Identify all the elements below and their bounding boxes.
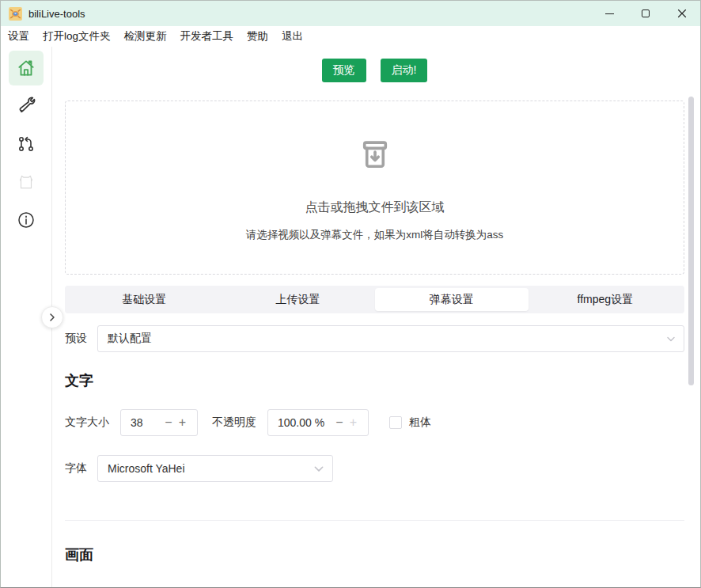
tab-danmaku-settings[interactable]: 弹幕设置 [375,288,529,311]
close-button[interactable] [664,1,700,26]
menubar: 设置 打开log文件夹 检测更新 开发者工具 赞助 退出 [1,26,700,47]
font-size-input[interactable]: 38 − + [120,409,198,436]
chevron-right-icon [47,313,57,322]
opacity-decrease-button[interactable]: − [332,416,346,429]
opacity-input[interactable]: 100.00 % − + [267,409,369,436]
menu-item-open-log-folder[interactable]: 打开log文件夹 [43,29,111,44]
menu-item-settings[interactable]: 设置 [8,29,29,44]
opacity-value: 100.00 % [278,416,332,429]
file-dropzone[interactable]: 点击或拖拽文件到该区域 请选择视频以及弹幕文件，如果为xml将自动转换为ass [65,101,684,275]
text-controls-row: 文字大小 38 − + 不透明度 100.00 % − + 粗体 [65,409,684,436]
sidebar-expand-button[interactable] [41,306,63,328]
maximize-icon [642,9,650,17]
tab-basic-settings[interactable]: 基础设置 [67,288,221,311]
font-family-select[interactable]: Microsoft YaHei [97,455,333,482]
tab-upload-settings[interactable]: 上传设置 [221,288,374,311]
chevron-down-icon [666,334,676,343]
preset-select-value: 默认配置 [108,332,152,346]
app-icon [9,7,22,21]
menu-item-exit[interactable]: 退出 [282,29,303,44]
git-compare-icon [17,135,36,154]
opacity-label: 不透明度 [212,415,256,430]
window-title: biliLive-tools [28,8,85,20]
dropzone-title: 点击或拖拽文件到该区域 [305,199,445,216]
font-size-increase-button[interactable]: + [176,416,189,429]
app-window: biliLive-tools 设置 打开log文件夹 检测更新 开发者工具 赞助… [0,0,701,588]
chevron-down-icon [313,463,324,474]
maximize-button[interactable] [627,1,664,26]
screen-section-title: 画面 [65,545,684,564]
content: 预览 启动! 点击或拖拽文件到该区域 请选择视频以及弹幕文件，如果为xml将自动… [52,47,700,588]
tab-ffmpeg-settings[interactable]: ffmpeg设置 [529,288,682,311]
menu-item-sponsor[interactable]: 赞助 [247,29,268,44]
sidebar-item-tools[interactable] [9,89,44,123]
font-size-label: 文字大小 [65,415,109,430]
dropzone-subtitle: 请选择视频以及弹幕文件，如果为xml将自动转换为ass [246,228,504,242]
section-divider [65,520,684,521]
minimize-button[interactable] [591,1,627,26]
text-section-title: 文字 [65,371,684,390]
font-family-value: Microsoft YaHei [108,462,185,475]
window-controls [591,1,700,26]
preview-button[interactable]: 预览 [322,59,366,82]
sidebar-item-about[interactable] [9,203,44,237]
menu-item-devtools[interactable]: 开发者工具 [180,29,234,44]
sidebar-item-home[interactable] [9,51,44,85]
vertical-scrollbar[interactable] [688,97,694,385]
faded-icon [16,172,36,192]
home-icon [16,58,36,78]
sidebar-item-extra[interactable] [9,165,44,199]
info-icon [17,211,36,230]
preset-label: 预设 [65,332,87,346]
font-row: 字体 Microsoft YaHei [65,455,684,482]
archive-download-icon [352,133,398,179]
font-size-value: 38 [131,416,161,429]
close-icon [677,9,687,18]
minimize-icon [605,13,614,14]
wrench-icon [17,97,36,116]
main-area: 预览 启动! 点击或拖拽文件到该区域 请选择视频以及弹幕文件，如果为xml将自动… [1,47,700,588]
opacity-increase-button[interactable]: + [347,416,360,429]
menu-item-check-update[interactable]: 检测更新 [124,29,167,44]
font-family-label: 字体 [65,461,87,476]
preset-row: 预设 默认配置 [65,325,684,352]
start-button[interactable]: 启动! [381,59,428,82]
titlebar: biliLive-tools [1,1,700,26]
preset-select[interactable]: 默认配置 [97,325,684,352]
bold-checkbox-label: 粗体 [409,415,431,430]
actions-row: 预览 启动! [65,59,684,82]
sidebar-item-pipeline[interactable] [9,127,44,161]
font-size-decrease-button[interactable]: − [161,416,175,429]
settings-tabs: 基础设置 上传设置 弹幕设置 ffmpeg设置 [65,286,684,313]
bold-checkbox[interactable] [389,416,402,429]
